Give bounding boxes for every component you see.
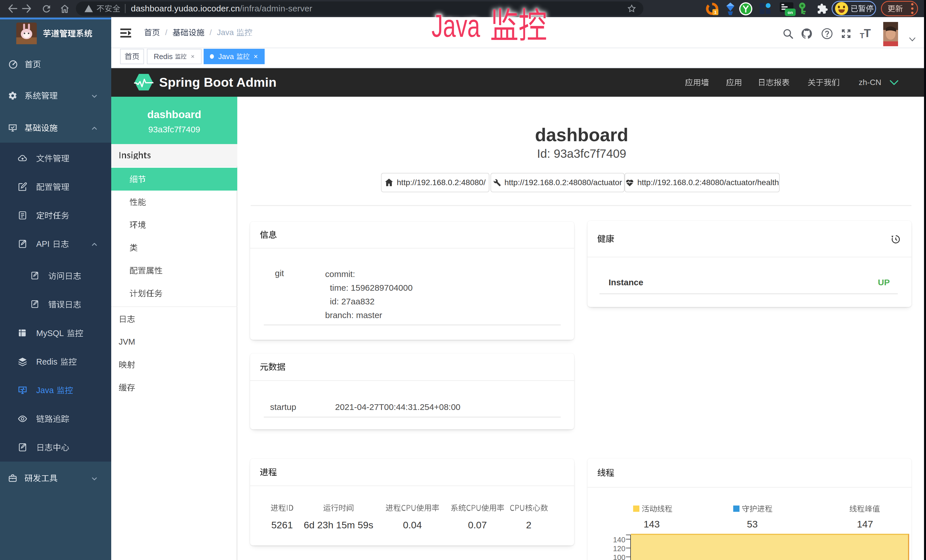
svg-text:1: 1 <box>714 10 716 15</box>
svg-text:on: on <box>788 10 793 15</box>
